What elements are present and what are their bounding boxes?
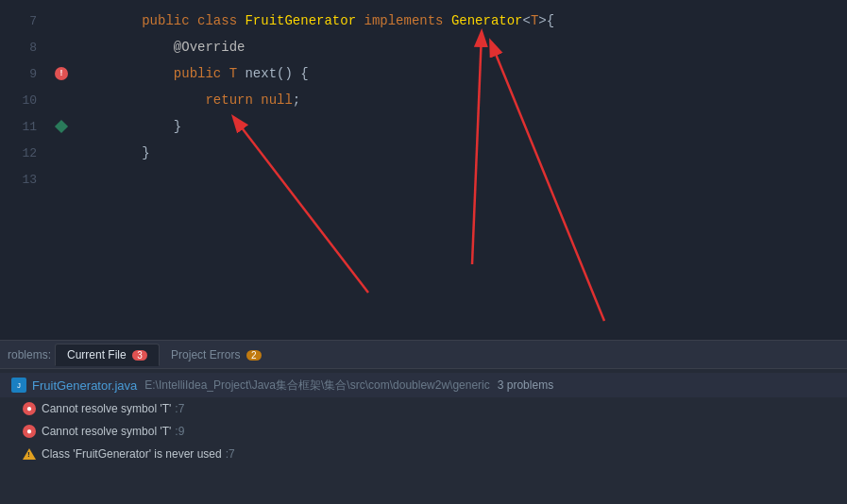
file-path: E:\IntelliIdea_Project\Java集合框架\集合\src\c…	[144, 378, 489, 394]
project-errors-badge: 2	[246, 350, 262, 361]
code-lines: 7 public class FruitGenerator implements…	[0, 0, 847, 340]
gutter-9: !	[52, 67, 71, 80]
error-location-2: :9	[175, 425, 184, 438]
warning-row-1[interactable]: Class 'FruitGenerator' is never used :7	[0, 443, 847, 465]
line-number-12: 12	[0, 146, 52, 160]
panel-tabs: roblems: Current File 3 Project Errors 2	[0, 341, 847, 369]
java-file-icon: J	[11, 378, 26, 393]
warning-location-1: :7	[226, 447, 235, 461]
problems-panel: roblems: Current File 3 Project Errors 2…	[0, 340, 847, 504]
line-number-13: 13	[0, 173, 52, 187]
error-row-1[interactable]: ● Cannot resolve symbol 'T' :7	[0, 397, 847, 420]
tab-project-errors[interactable]: Project Errors 2	[160, 344, 273, 365]
file-row[interactable]: J FruitGenerator.java E:\IntelliIdea_Pro…	[0, 373, 847, 397]
error-text-1: Cannot resolve symbol 'T'	[42, 402, 171, 415]
line-number-11: 11	[0, 120, 52, 134]
diamond-icon	[55, 120, 68, 133]
panel-prefix: roblems:	[8, 348, 51, 361]
warn-triangle	[23, 448, 36, 460]
line-number-8: 8	[0, 41, 52, 55]
error-text-2: Cannot resolve symbol 'T'	[42, 425, 171, 438]
warning-text-1: Class 'FruitGenerator' is never used	[42, 447, 222, 461]
tab-current-file-label: Current File	[67, 348, 127, 361]
line-number-9: 9	[0, 67, 52, 81]
table-row: 12 }	[0, 140, 847, 166]
code-editor[interactable]: 7 public class FruitGenerator implements…	[0, 0, 847, 340]
gutter-11	[52, 122, 71, 131]
problems-count: 3 problems	[498, 378, 553, 392]
error-location-1: :7	[175, 402, 184, 415]
tab-project-errors-label: Project Errors	[171, 348, 240, 361]
current-file-badge: 3	[132, 350, 147, 361]
file-name: FruitGenerator.java	[32, 378, 137, 393]
error-icon-1: ●	[23, 402, 36, 415]
tab-current-file[interactable]: Current File 3	[55, 344, 160, 366]
line-number-10: 10	[0, 93, 52, 108]
breakpoint-icon: !	[55, 67, 68, 80]
panel-content: J FruitGenerator.java E:\IntelliIdea_Pro…	[0, 369, 847, 469]
line-number-7: 7	[0, 14, 52, 28]
warning-icon-1	[23, 447, 36, 461]
table-row: 13	[0, 166, 847, 193]
error-row-2[interactable]: ● Cannot resolve symbol 'T' :9	[0, 420, 847, 443]
error-icon-2: ●	[23, 425, 36, 438]
